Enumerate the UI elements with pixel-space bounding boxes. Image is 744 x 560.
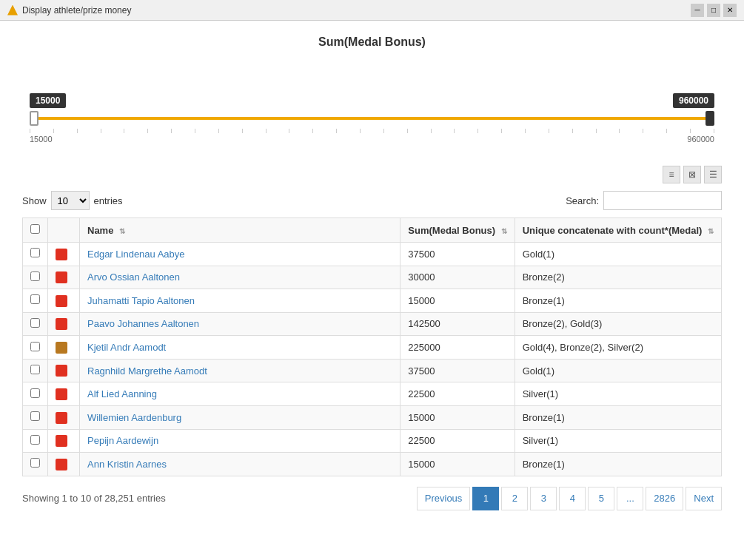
row-medal-count: Silver(1) [515, 429, 721, 453]
close-button[interactable]: ✕ [723, 4, 737, 17]
row-medal-bonus: 15000 [401, 289, 515, 313]
row-name-cell: Pepijn Aardewijn [80, 429, 401, 453]
row-checkbox-cell [23, 382, 48, 406]
row-medal-bonus: 22500 [401, 429, 515, 453]
minimize-button[interactable]: ─ [691, 4, 704, 17]
row-name: Ann Kristin Aarnes [87, 459, 167, 470]
maximize-button[interactable]: □ [707, 4, 720, 17]
row-medal-bonus: 37500 [401, 359, 515, 382]
row-name-cell: Ann Kristin Aarnes [80, 453, 401, 476]
slider-track [30, 117, 714, 120]
row-medal-count: Bronze(2), Gold(3) [515, 312, 721, 336]
toolbar-icon-2[interactable]: ⊠ [683, 166, 701, 183]
row-checkbox[interactable] [30, 411, 40, 421]
row-name-cell: Kjetil Andr Aamodt [80, 336, 401, 360]
table-row: Ragnhild Margrethe Aamodt 37500 Gold(1) [23, 359, 722, 382]
row-checkbox[interactable] [30, 365, 40, 374]
row-name-cell: Willemien Aardenburg [80, 405, 401, 429]
row-color-dot [56, 342, 67, 354]
row-color-dot [56, 271, 67, 283]
table-row: Paavo Johannes Aaltonen 142500 Bronze(2)… [23, 312, 722, 336]
slider-handle-right[interactable] [706, 111, 714, 126]
row-color-dot [56, 459, 67, 470]
pagination: Showing 1 to 10 of 28,251 entries Previo… [22, 487, 722, 510]
row-medal-bonus: 30000 [401, 266, 515, 289]
page-ellipsis: ... [617, 487, 643, 510]
row-medal-count: Bronze(1) [515, 405, 721, 429]
table-row: Alf Lied Aanning 22500 Silver(1) [23, 382, 722, 406]
row-medal-bonus: 37500 [401, 243, 515, 266]
next-button[interactable]: Next [686, 487, 722, 510]
slider-track-container[interactable] [30, 111, 714, 126]
row-name: Pepijn Aardewijn [87, 435, 158, 446]
table-header-row: Name ⇅ Sum(Medal Bonus) ⇅ Unique concate… [23, 218, 722, 243]
row-color-cell [48, 243, 80, 266]
row-checkbox[interactable] [30, 271, 40, 281]
row-checkbox[interactable] [30, 294, 40, 304]
row-checkbox-cell [23, 312, 48, 336]
slider-handle-left[interactable] [30, 111, 38, 126]
row-color-cell [48, 266, 80, 289]
previous-button[interactable]: Previous [417, 487, 471, 510]
page-5-button[interactable]: 5 [588, 487, 614, 510]
row-checkbox[interactable] [30, 388, 40, 398]
sort-bonus-icon[interactable]: ⇅ [501, 227, 507, 235]
row-color-cell [48, 359, 80, 382]
row-checkbox[interactable] [30, 342, 40, 351]
row-checkbox[interactable] [30, 248, 40, 257]
row-checkbox[interactable] [30, 435, 40, 445]
row-medal-bonus: 15000 [401, 405, 515, 429]
row-medal-count: Bronze(1) [515, 453, 721, 476]
row-color-cell [48, 429, 80, 453]
row-medal-count: Silver(1) [515, 382, 721, 406]
row-name: Arvo Ossian Aaltonen [87, 271, 180, 283]
row-name-cell: Alf Lied Aanning [80, 382, 401, 406]
row-medal-bonus: 22500 [401, 382, 515, 406]
table-row: Willemien Aardenburg 15000 Bronze(1) [23, 405, 722, 429]
entries-label: entries [94, 195, 123, 206]
row-medal-bonus: 225000 [401, 336, 515, 360]
search-box: Search: [566, 191, 722, 210]
row-color-dot [56, 435, 67, 447]
row-checkbox[interactable] [30, 318, 40, 328]
table-row: Pepijn Aardewijn 22500 Silver(1) [23, 429, 722, 453]
row-name: Edgar Lindenau Aabye [87, 249, 185, 260]
sort-count-icon[interactable]: ⇅ [708, 227, 714, 235]
entries-select[interactable]: 10 25 50 100 [51, 191, 90, 210]
select-all-checkbox[interactable] [30, 224, 40, 234]
title-bar: Display athlete/prize money ─ □ ✕ [0, 0, 744, 21]
row-color-cell [48, 405, 80, 429]
slider-min-label: 15000 [30, 93, 66, 108]
row-medal-count: Bronze(2) [515, 266, 721, 289]
row-color-dot [56, 412, 67, 424]
row-color-dot [56, 388, 67, 400]
page-3-button[interactable]: 3 [530, 487, 557, 510]
row-name: Paavo Johannes Aaltonen [87, 318, 199, 329]
row-name-cell: Ragnhild Margrethe Aamodt [80, 359, 401, 382]
row-color-dot [56, 318, 67, 330]
row-name: Willemien Aardenburg [87, 412, 181, 423]
header-medal-bonus[interactable]: Sum(Medal Bonus) ⇅ [401, 218, 515, 243]
row-checkbox[interactable] [30, 458, 40, 468]
title-bar-controls: ─ □ ✕ [691, 4, 737, 17]
search-input[interactable] [603, 191, 722, 210]
page-2-button[interactable]: 2 [501, 487, 528, 510]
sort-name-icon[interactable]: ⇅ [119, 227, 125, 235]
slider-max-label: 960000 [673, 93, 714, 108]
header-name[interactable]: Name ⇅ [80, 218, 401, 243]
toolbar-icon-3[interactable]: ☰ [704, 166, 722, 183]
toolbar-icon-1[interactable]: ≡ [663, 166, 680, 183]
page-4-button[interactable]: 4 [559, 487, 586, 510]
row-checkbox-cell [23, 336, 48, 360]
pagination-buttons: Previous 1 2 3 4 5 ... 2826 Next [417, 487, 722, 510]
row-name: Ragnhild Margrethe Aamodt [87, 365, 207, 377]
table-row: Kjetil Andr Aamodt 225000 Gold(4), Bronz… [23, 336, 722, 360]
row-color-cell [48, 336, 80, 360]
header-medal-count[interactable]: Unique concatenate with count*(Medal) ⇅ [515, 218, 721, 243]
row-checkbox-cell [23, 359, 48, 382]
row-color-dot [56, 249, 67, 260]
row-color-dot [56, 295, 67, 307]
page-last-button[interactable]: 2826 [646, 487, 683, 510]
table-row: Arvo Ossian Aaltonen 30000 Bronze(2) [23, 266, 722, 289]
page-1-button[interactable]: 1 [472, 487, 499, 510]
